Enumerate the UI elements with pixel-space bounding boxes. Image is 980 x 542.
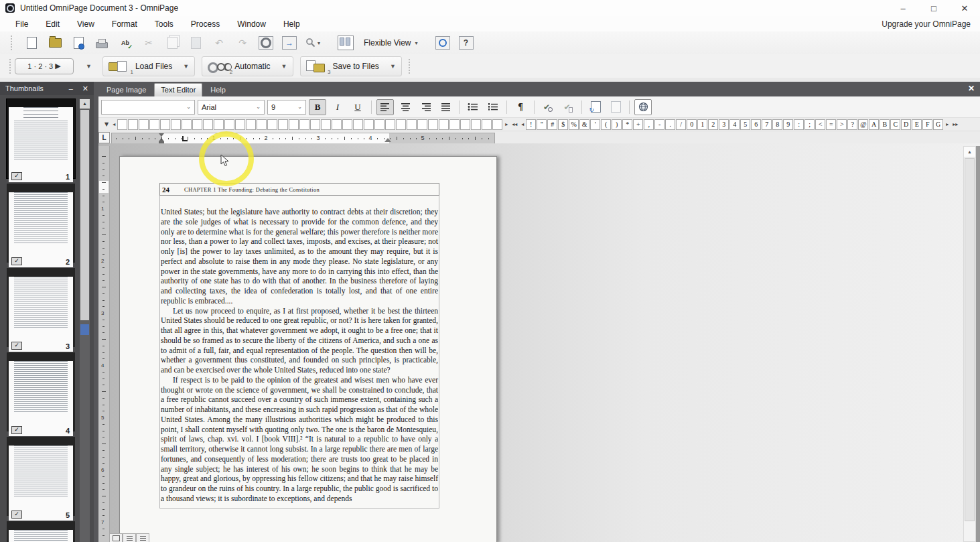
charmap-cell-empty[interactable] (321, 119, 331, 130)
charmap-cell[interactable]: ? (847, 119, 857, 130)
tab-help[interactable]: Help (204, 84, 232, 96)
charmap-cell[interactable]: < (815, 119, 825, 130)
charmap-cell-empty[interactable] (342, 119, 352, 130)
menu-edit[interactable]: Edit (37, 17, 68, 31)
process-dropdown-icon[interactable]: ▼ (281, 63, 287, 70)
charmap-cell-empty[interactable] (203, 119, 213, 130)
flexible-view-dropdown-icon[interactable]: ▾ (415, 40, 417, 46)
charmap-cell[interactable]: * (622, 119, 632, 130)
charmap-cell-empty[interactable] (257, 119, 267, 130)
charmap-cell[interactable]: 9 (783, 119, 793, 130)
charmap-cell[interactable]: 7 (762, 119, 772, 130)
menu-format[interactable]: Format (103, 17, 146, 31)
charmap-cell-empty[interactable] (192, 119, 202, 130)
print-icon[interactable] (94, 35, 110, 51)
charmap-page-left-icon[interactable]: ◂◂ (510, 121, 519, 127)
align-center-icon[interactable] (397, 99, 414, 115)
bullet-list-icon[interactable] (464, 99, 482, 115)
charmap-cell-empty[interactable] (439, 119, 449, 130)
charmap-cell-empty[interactable] (160, 119, 170, 130)
minimize-icon[interactable]: – (888, 0, 918, 16)
copy-icon[interactable] (164, 35, 180, 51)
charmap-cell[interactable]: F (922, 119, 932, 130)
paste-icon[interactable] (188, 35, 204, 51)
charmap-cell[interactable]: + (633, 119, 643, 130)
menu-process[interactable]: Process (182, 17, 228, 31)
charmap-cell-empty[interactable] (407, 119, 417, 130)
charmap-cell[interactable]: A (869, 119, 879, 130)
charmap-cell-empty[interactable] (235, 119, 245, 130)
charmap-cell[interactable]: G (933, 119, 943, 130)
charmap-cell-empty[interactable] (428, 119, 438, 130)
flexible-view-select[interactable]: Flexible View ▾ (361, 38, 418, 48)
panel-minimize-icon[interactable]: – (69, 84, 73, 93)
save-to-files-button[interactable]: 3 Save to Files ▼ (300, 56, 402, 76)
charmap-cell[interactable]: & (579, 119, 589, 130)
load-files-button[interactable]: 1 Load Files ▼ (102, 56, 195, 76)
charmap-cell-empty[interactable] (310, 119, 320, 130)
font-size-select[interactable]: 9⌄ (267, 100, 306, 115)
charmap-cell[interactable]: / (676, 119, 686, 130)
charmap-cell[interactable]: $ (558, 119, 568, 130)
charmap-cell[interactable]: 8 (772, 119, 782, 130)
workflow-123-button[interactable]: 1 · 2 · 3▶ (15, 58, 74, 74)
tab-stop-marker[interactable] (182, 136, 188, 141)
charmap-cell[interactable]: 6 (751, 119, 761, 130)
undo-icon[interactable]: ↶ (211, 35, 227, 51)
panel-splitter[interactable] (94, 82, 98, 542)
save-document-icon[interactable] (70, 35, 86, 51)
vertical-ruler[interactable]: 1234567 (98, 146, 110, 542)
maximize-icon[interactable]: □ (918, 0, 949, 16)
charmap-scroll-left-icon[interactable]: ◂ (111, 121, 117, 127)
underline-button[interactable]: U (349, 99, 366, 115)
verify-text-icon[interactable]: ✔ (539, 99, 557, 115)
charmap-cell-empty[interactable] (267, 119, 277, 130)
charmap-cell-empty[interactable] (214, 119, 224, 130)
tab-text-editor[interactable]: Text Editor (154, 83, 202, 96)
upgrade-link[interactable]: Upgrade your OmniPage (882, 19, 980, 29)
charmap-cell[interactable]: " (537, 119, 547, 130)
charmap-scroll-right-icon[interactable]: ▸ (503, 121, 510, 127)
view-mode-icon[interactable] (338, 35, 354, 51)
menu-view[interactable]: View (68, 17, 103, 31)
charmap-cell-empty[interactable] (471, 119, 481, 130)
menu-file[interactable]: File (7, 17, 37, 31)
charmap-cell[interactable]: = (826, 119, 836, 130)
close-icon[interactable]: ✕ (949, 0, 980, 16)
charmap-cell-empty[interactable] (460, 119, 470, 130)
italic-button[interactable]: I (329, 99, 346, 115)
charmap-cell-empty[interactable] (385, 119, 395, 130)
page-view-icon[interactable] (109, 533, 123, 542)
charmap-cell-empty[interactable] (182, 119, 192, 130)
charmap-cell[interactable]: - (654, 119, 664, 130)
thumbnail-page-1[interactable]: ✓1 (7, 99, 75, 178)
workflow-dropdown-icon[interactable]: ▼ (86, 63, 92, 70)
help-icon[interactable]: ? (458, 35, 474, 51)
thumbnail-page-3[interactable]: ✓3 (7, 268, 75, 347)
reload-page-icon[interactable]: ↻ (587, 99, 604, 115)
charmap-cell[interactable]: 1 (697, 119, 707, 130)
charmap-cell-empty[interactable] (299, 119, 309, 130)
scrollbar-thumb[interactable] (80, 110, 89, 320)
load-files-dropdown-icon[interactable]: ▼ (183, 63, 189, 70)
thumbnail-page-5[interactable]: ✓5 (7, 437, 75, 516)
charmap-cell-empty[interactable] (449, 119, 460, 130)
thumbnail-page-2[interactable]: ✓2 (7, 184, 75, 263)
document-body-text[interactable]: United States; but the legislature have … (159, 196, 439, 509)
charmap-cell[interactable]: > (837, 119, 847, 130)
menu-tools[interactable]: Tools (146, 17, 182, 31)
charmap-cell-empty[interactable] (171, 119, 181, 130)
charmap-cell[interactable]: ; (804, 119, 815, 130)
charmap-cell[interactable]: 4 (729, 119, 740, 130)
align-left-icon[interactable] (376, 99, 394, 115)
charmap-cell-empty[interactable] (128, 119, 138, 130)
options-icon[interactable] (258, 35, 274, 51)
charmap-cell-empty[interactable] (246, 119, 256, 130)
toolbar-grip[interactable] (409, 59, 411, 74)
charmap-cell-empty[interactable] (278, 119, 288, 130)
numbered-list-icon[interactable] (484, 99, 502, 115)
charmap-cell[interactable]: 0 (687, 119, 697, 130)
scroll-up-icon[interactable]: ▲ (80, 99, 90, 109)
charmap-cell[interactable]: 3 (719, 119, 729, 130)
font-select[interactable]: Arial⌄ (198, 100, 265, 115)
